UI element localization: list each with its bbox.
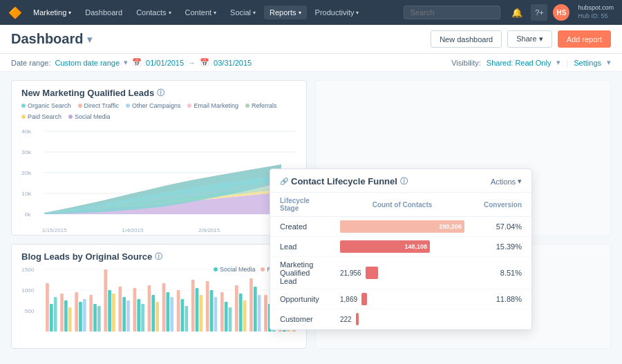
mql-card-header: New Marketing Qualified Leads ⓘ [12,81,306,102]
svg-rect-61 [258,295,261,332]
blog-chart-svg: 1500 1000 500 [21,266,296,342]
settings-link[interactable]: Settings [574,59,601,67]
nav-item-dashboard[interactable]: Dashboard [79,6,128,19]
nav-item-marketing[interactable]: Marketing ▾ [28,6,77,19]
email-dot [187,104,191,108]
marketing-caret-icon: ▾ [68,10,71,16]
svg-text:1500: 1500 [21,267,34,273]
nav-item-reports[interactable]: Reports ▾ [264,6,307,19]
bar-cell: 280,206 [330,217,474,237]
svg-rect-40 [156,302,159,332]
nav-item-productivity[interactable]: Productivity ▾ [310,6,365,19]
svg-rect-58 [243,300,247,332]
mql-x-axis: 1/15/2015 1/4/2015 2/9/2015 2/3/2015 [21,227,296,233]
svg-rect-38 [148,285,151,332]
share-caret-icon: ▾ [539,35,543,43]
notifications-icon[interactable]: 🔔 [509,4,525,21]
funnel-card: 🔗 Contact Lifecycle Funnel ⓘ Actions ▾ L… [270,169,532,330]
mql-legend: Organic Search Direct Traffic Other Camp… [12,102,306,124]
conversion-value: 57.04% [474,217,531,237]
col-conversion: Conversion [474,193,531,217]
share-button[interactable]: Share ▾ [507,30,552,48]
funnel-bar: 148,108 [340,240,430,253]
funnel-title: 🔗 Contact Lifecycle Funnel ⓘ [280,176,408,186]
avatar[interactable]: HS [553,4,569,21]
funnel-actions-button[interactable]: Actions ▾ [491,177,522,186]
svg-rect-21 [64,300,68,332]
svg-rect-48 [196,288,199,332]
svg-rect-43 [170,297,173,332]
svg-rect-20 [60,294,64,332]
svg-rect-31 [112,294,115,332]
svg-rect-34 [126,300,130,332]
dashboard-caret-icon: ▾ [87,34,92,45]
nav-item-content[interactable]: Content ▾ [180,6,223,19]
end-date[interactable]: 03/31/2015 [214,59,252,67]
nav-icons-group: 🔔 ?+ HS hubspot.com Hub ID: 55 [509,4,614,21]
actions-caret-icon: ▾ [518,177,522,186]
top-navigation: 🔶 Marketing ▾ Dashboard Contacts ▾ Conte… [0,0,622,25]
dashboard-body: New Marketing Qualified Leads ⓘ Organic … [0,72,622,357]
svg-rect-49 [200,295,203,332]
legend-paid: Paid Search [21,113,62,120]
help-icon[interactable]: ?+ [531,4,547,21]
table-row: Lead 148,108 15.39% [270,237,531,257]
bar-wrap: 1,869 [340,293,464,305]
legend-email: Email Marketing [187,102,238,109]
new-dashboard-button[interactable]: New dashboard [431,30,502,48]
col-count: Count of Contacts [330,193,474,217]
funnel-info-icon[interactable]: ⓘ [400,176,408,186]
table-row: Opportunity 1,869 11.88% [270,289,531,309]
stage-label: Lead [270,237,330,257]
legend-other: Other Campaigns [126,102,181,109]
svg-rect-42 [167,292,170,332]
svg-rect-54 [225,302,228,332]
direct-dot [78,104,82,108]
visibility-value[interactable]: Shared: Read Only [487,59,552,67]
svg-rect-57 [239,294,243,332]
svg-rect-62 [264,295,267,332]
calendar2-icon: 📅 [200,58,209,67]
mql-info-icon[interactable]: ⓘ [157,88,164,98]
header-actions: New dashboard Share ▾ Add report [431,30,611,48]
svg-text:500: 500 [25,309,35,314]
calendar-icon: 📅 [132,58,142,67]
filter-arrow-icon: ▾ [124,58,128,67]
svg-rect-36 [137,299,140,332]
svg-text:30k: 30k [21,149,32,155]
svg-rect-59 [249,278,253,332]
blog-social-dot [214,267,218,271]
svg-text:20k: 20k [21,169,32,175]
settings-caret-icon: ▾ [607,58,611,67]
svg-rect-46 [185,306,188,332]
page-title[interactable]: Dashboard ▾ [11,31,92,47]
nav-item-contacts[interactable]: Contacts ▾ [131,6,176,19]
funnel-bar [361,293,367,305]
nav-item-social[interactable]: Social ▾ [225,6,261,19]
svg-rect-47 [191,280,195,332]
svg-rect-27 [93,304,97,332]
mql-x-label: Become a Marketing Qualified Lead Date [21,235,296,236]
mql-chart-svg: 40k 30k 20k 10k 0k [21,124,296,228]
bar-wrap: 148,108 [340,240,464,253]
date-range-type[interactable]: Custom date range [55,59,120,67]
svg-rect-41 [162,283,166,332]
add-report-button[interactable]: Add report [558,30,611,48]
mql-title: New Marketing Qualified Leads ⓘ [21,88,164,98]
svg-rect-51 [210,290,214,332]
svg-rect-35 [133,288,137,332]
bar-wrap: 222 [340,313,464,325]
blog-info-icon[interactable]: ⓘ [155,251,162,262]
svg-rect-52 [214,297,218,332]
blog-legend-social: Social Media [214,266,256,273]
start-date[interactable]: 01/01/2015 [146,59,184,67]
svg-rect-26 [89,295,93,332]
legend-social: Social Media [68,113,111,120]
subheader: Dashboard ▾ New dashboard Share ▾ Add re… [0,25,622,54]
contacts-caret-icon: ▾ [169,10,171,16]
conversion-value: 11.88% [474,289,531,309]
search-input[interactable] [404,6,500,19]
productivity-caret-icon: ▾ [356,10,359,16]
stage-label: Opportunity [270,289,330,309]
svg-rect-22 [68,307,72,332]
